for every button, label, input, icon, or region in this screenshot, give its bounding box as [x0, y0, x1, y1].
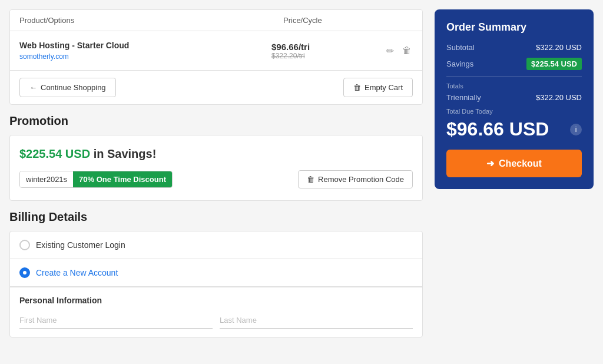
item-original-price: $322.20/tri [271, 52, 377, 60]
cart-footer: ← Continue Shopping 🗑 Empty Cart [10, 71, 422, 104]
cart-header: Product/Options Price/Cycle [10, 10, 422, 31]
promo-code-badge: winter2021s 70% One Time Discount [19, 171, 173, 188]
new-account-radio[interactable] [19, 267, 30, 278]
total-due-value: $96.66 USD [446, 118, 549, 140]
summary-title: Order Summary [446, 21, 582, 34]
cart-item-product: Web Hosting - Starter Cloud somotherly.c… [19, 41, 271, 61]
cart-item-actions: ✏ 🗑 [377, 44, 413, 58]
totals-section-label: Totals [446, 82, 582, 90]
savings-text: $225.54 USD in Savings! [19, 147, 413, 161]
empty-cart-button[interactable]: 🗑 Empty Cart [343, 78, 413, 97]
summary-card: Order Summary Subtotal $322.20 USD Savin… [435, 9, 594, 189]
first-name-input[interactable] [19, 312, 213, 329]
checkout-arrow-icon: ➜ [486, 158, 494, 169]
last-name-input[interactable] [220, 312, 413, 329]
promotion-title-wrapper: Promotion [9, 114, 423, 128]
promo-code-row: winter2021s 70% One Time Discount 🗑 Remo… [19, 170, 413, 188]
triennially-row: Triennially $322.20 USD [446, 93, 582, 102]
cart-section: Product/Options Price/Cycle Web Hosting … [9, 9, 423, 105]
billing-heading: Billing Details [9, 210, 423, 224]
info-symbol: i [575, 125, 577, 134]
subtotal-row: Subtotal $322.20 USD [446, 43, 582, 52]
product-name: Web Hosting - Starter Cloud [19, 41, 271, 50]
delete-item-button[interactable]: 🗑 [401, 44, 413, 57]
new-account-label: Create a New Account [36, 268, 118, 277]
remove-promotion-button[interactable]: 🗑 Remove Promotion Code [298, 170, 413, 188]
billing-title-wrapper: Billing Details [9, 210, 423, 224]
arrow-left-icon: ← [29, 83, 37, 92]
continue-shopping-button[interactable]: ← Continue Shopping [19, 78, 116, 97]
info-icon[interactable]: i [570, 124, 582, 135]
main-content: Product/Options Price/Cycle Web Hosting … [9, 9, 423, 337]
billing-section: Existing Customer Login Create a New Acc… [9, 231, 423, 337]
cart-item-row: Web Hosting - Starter Cloud somotherly.c… [10, 31, 422, 71]
savings-badge: $225.54 USD [526, 58, 582, 70]
savings-row: Savings $225.54 USD [446, 58, 582, 70]
edit-icon: ✏ [386, 46, 394, 56]
name-form-row [19, 312, 413, 329]
total-due-label: Total Due Today [446, 108, 582, 115]
personal-info-title: Personal Information [19, 296, 413, 305]
checkout-button[interactable]: ➜ Checkout [446, 150, 582, 177]
trash-icon: 🗑 [402, 45, 412, 55]
personal-info-section: Personal Information [10, 287, 422, 337]
existing-customer-label: Existing Customer Login [36, 240, 125, 250]
first-name-field [19, 312, 213, 329]
edit-item-button[interactable]: ✏ [385, 44, 395, 58]
savings-amount: $225.54 USD [19, 147, 90, 160]
subtotal-label: Subtotal [446, 43, 475, 52]
triennially-value: $322.20 USD [536, 93, 582, 102]
promotion-heading: Promotion [9, 114, 423, 128]
triennially-label: Triennially [446, 93, 481, 102]
savings-row-label: Savings [446, 59, 473, 68]
promo-discount-badge: 70% One Time Discount [73, 171, 172, 187]
existing-customer-option[interactable]: Existing Customer Login [10, 231, 422, 259]
subtotal-value: $322.20 USD [536, 43, 582, 52]
promo-code-text: winter2021s [20, 171, 73, 187]
existing-customer-radio[interactable] [19, 240, 30, 250]
last-name-field [220, 312, 413, 329]
item-price: $96.66/tri [271, 42, 377, 52]
total-due-amount-row: $96.66 USD i [446, 118, 582, 140]
summary-divider [446, 76, 582, 77]
order-summary-sidebar: Order Summary Subtotal $322.20 USD Savin… [435, 9, 594, 337]
product-domain: somotherly.com [19, 52, 271, 61]
trash-icon-empty: 🗑 [353, 83, 361, 92]
cart-item-price: $96.66/tri $322.20/tri [271, 42, 377, 60]
price-column-header: Price/Cycle [283, 16, 413, 25]
savings-in-text: in Savings! [94, 147, 157, 160]
promotion-section: $225.54 USD in Savings! winter2021s 70% … [9, 135, 423, 201]
product-column-header: Product/Options [19, 16, 283, 25]
remove-promo-icon: 🗑 [307, 175, 314, 184]
new-account-option[interactable]: Create a New Account [10, 259, 422, 287]
